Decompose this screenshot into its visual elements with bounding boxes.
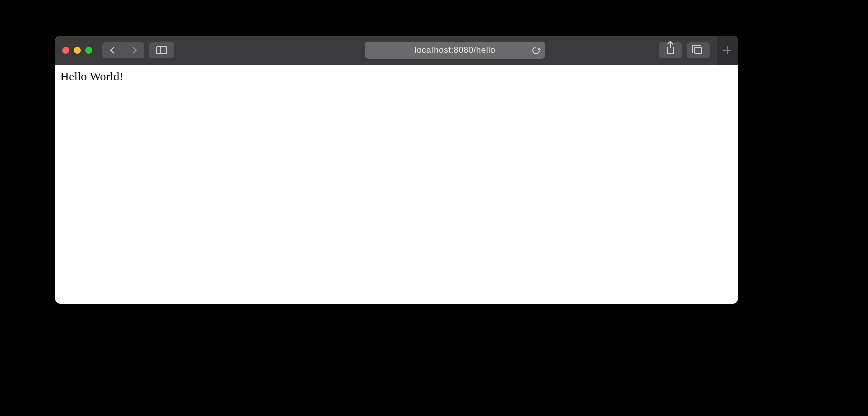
plus-icon	[723, 46, 731, 54]
sidebar-toggle-button[interactable]	[149, 42, 174, 58]
maximize-window-button[interactable]	[85, 47, 92, 54]
navigation-buttons	[102, 42, 144, 58]
tabs-icon	[694, 47, 702, 54]
reload-button[interactable]	[531, 46, 540, 55]
page-content: Hello World!	[55, 65, 738, 304]
minimize-window-button[interactable]	[74, 47, 81, 54]
browser-toolbar: localhost:8080/hello	[55, 36, 738, 65]
reload-icon	[531, 46, 541, 56]
page-body-text: Hello World!	[60, 70, 123, 83]
show-tabs-button[interactable]	[687, 42, 710, 58]
address-url-text: localhost:8080/hello	[365, 46, 546, 56]
browser-window: localhost:8080/hello Hello World!	[55, 36, 738, 304]
sidebar-icon	[156, 46, 167, 54]
chevron-right-icon	[129, 47, 136, 54]
forward-button[interactable]	[123, 42, 144, 58]
toolbar-spacer-right	[550, 36, 731, 65]
share-icon	[667, 47, 674, 54]
new-tab-button[interactable]	[717, 36, 738, 65]
window-controls	[62, 47, 92, 54]
share-button[interactable]	[659, 42, 682, 58]
chevron-left-icon	[110, 47, 117, 54]
address-bar[interactable]: localhost:8080/hello	[365, 42, 546, 59]
back-button[interactable]	[102, 42, 123, 58]
close-window-button[interactable]	[62, 47, 69, 54]
